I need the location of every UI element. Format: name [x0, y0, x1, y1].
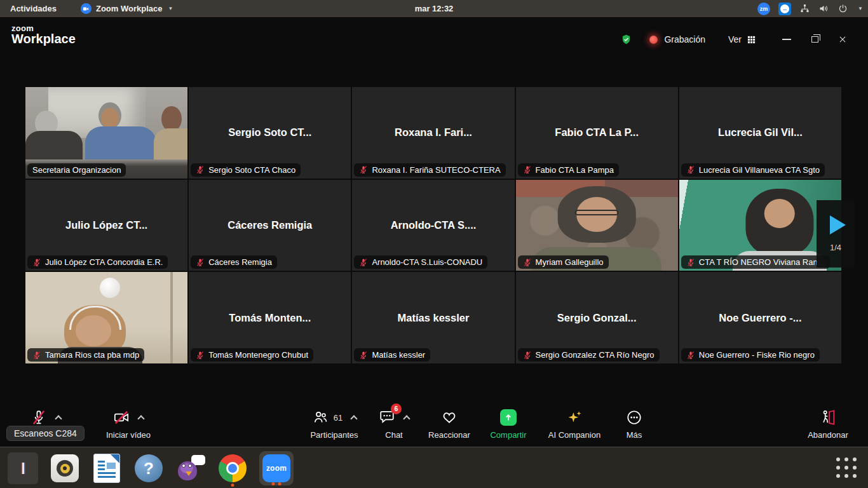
zoom-workplace-logo: zoom Workplace	[11, 24, 76, 46]
participant-name-label: Matías kessler	[354, 348, 430, 362]
video-tile-secretaria[interactable]: Secretaria Organizacion	[25, 87, 187, 179]
clock[interactable]: mar 12:32	[415, 4, 454, 13]
chat-label: Chat	[385, 430, 402, 440]
video-tile-tamara[interactable]: Tamara Rios cta pba mdp	[25, 272, 187, 363]
muted-mic-icon	[196, 351, 205, 360]
minimize-icon	[782, 39, 791, 40]
react-button[interactable]: Reaccionar	[423, 402, 475, 440]
pidgin-app-icon[interactable]	[175, 453, 206, 484]
participants-caret-icon[interactable]	[351, 415, 358, 422]
participant-name-label: Sergio Soto CTA Chaco	[191, 163, 301, 177]
dock: ? zoom	[8, 451, 294, 485]
muted-mic-icon	[359, 351, 368, 360]
text-cursor-app-icon[interactable]	[8, 453, 38, 484]
zoom-app-dock-icon[interactable]: zoom	[259, 453, 294, 484]
chat-unread-badge: 6	[391, 403, 402, 414]
audio-options-caret-icon[interactable]	[55, 415, 62, 422]
power-icon[interactable]	[837, 3, 848, 14]
muted-mic-icon	[196, 165, 205, 174]
participant-tile[interactable]: Sergio Soto CT... Sergio Soto CTA Chaco	[189, 87, 351, 179]
participant-tile[interactable]: Roxana I. Fari... Roxana I. Fariña SUTEC…	[352, 87, 514, 179]
video-options-caret-icon[interactable]	[137, 415, 144, 422]
app-menu-label: Zoom Workplace	[96, 4, 163, 13]
participant-tile[interactable]: Tomás Monten... Tomás Montenegro Chubut	[189, 272, 351, 363]
app-menu[interactable]: Zoom Workplace ▼	[81, 3, 173, 14]
participants-label: Participantes	[310, 430, 358, 440]
help-app-icon[interactable]: ?	[133, 453, 164, 484]
muted-mic-icon	[359, 165, 368, 174]
teamviewer-tray-icon[interactable]: ↔	[778, 3, 791, 15]
participant-name-label: Roxana I. Fariña SUTECO-CTERA	[354, 163, 505, 177]
chat-button[interactable]: 6 Chat	[374, 402, 414, 440]
gallery-next-page[interactable]: 1/4	[817, 200, 855, 268]
teamviewer-arrows: ↔	[780, 4, 789, 13]
page-indicator: 1/4	[830, 243, 841, 252]
close-icon	[838, 35, 847, 44]
participant-tile[interactable]: Lucrecia Gil Vil... Lucrecia Gil Villanu…	[679, 87, 841, 179]
close-button[interactable]	[829, 31, 857, 48]
tray-caret-icon[interactable]: ▼	[858, 6, 863, 11]
recording-label: Grabación	[664, 34, 705, 44]
recording-indicator[interactable]: Grabación	[649, 34, 705, 44]
participant-name-label: Secretaria Organizacion	[27, 163, 126, 177]
writer-document-app-icon[interactable]	[92, 453, 122, 484]
audio-device-tooltip: Escaneos C284	[6, 426, 85, 441]
start-video-button[interactable]: Iniciar vídeo	[89, 402, 168, 440]
running-indicator-dot	[278, 482, 281, 485]
participant-tile[interactable]: Noe Guerrero -... Noe Guerrero - Fiske R…	[679, 272, 841, 363]
active-app-highlight: zoom	[259, 451, 294, 485]
camera-off-icon	[113, 409, 130, 426]
more-ellipsis-icon	[626, 409, 642, 426]
chat-caret-icon[interactable]	[403, 415, 410, 422]
participant-tile[interactable]: Julio López CT... Julio López CTA Concor…	[25, 180, 187, 271]
participant-tile[interactable]: Fabio CTA La P... Fabio CTA La Pampa	[516, 87, 678, 179]
zoom-meeting-window: zoom Workplace Grabación Ver	[0, 17, 868, 447]
leave-door-icon	[820, 409, 836, 426]
participant-tile[interactable]: Cáceres Remigia Cáceres Remigia	[189, 180, 351, 271]
participants-icon	[312, 409, 329, 426]
audio-player-app-icon[interactable]	[50, 453, 80, 484]
running-indicator-dot	[272, 482, 275, 485]
speaker-ring	[57, 460, 73, 477]
participant-tile[interactable]: Matías kessler Matías kessler	[352, 272, 514, 363]
activities-button[interactable]: Actividades	[10, 4, 57, 13]
volume-icon[interactable]	[818, 3, 829, 14]
muted-mic-icon	[686, 351, 695, 360]
next-page-arrow-icon	[830, 215, 846, 234]
app-menu-caret-icon: ▼	[168, 6, 173, 11]
participant-name-label: Tomás Montenegro Chubut	[191, 348, 313, 362]
more-label: Más	[627, 430, 642, 440]
share-screen-button[interactable]: Compartir	[484, 402, 532, 440]
ai-companion-button[interactable]: AI Companion	[541, 402, 607, 440]
zoom-tray-icon[interactable]: zm	[757, 3, 770, 15]
muted-mic-icon	[686, 258, 695, 267]
leave-meeting-button[interactable]: Abandonar	[799, 402, 857, 440]
view-button[interactable]: Ver	[728, 34, 756, 44]
restore-button[interactable]	[801, 31, 829, 48]
video-button-label: Iniciar vídeo	[106, 430, 151, 440]
more-button[interactable]: Más	[616, 402, 652, 440]
minimize-button[interactable]	[773, 31, 801, 48]
video-tile-myriam[interactable]: Myriam Galleguillo	[516, 180, 678, 271]
chrome-app-icon[interactable]	[217, 453, 248, 484]
cursor-bar	[22, 463, 24, 474]
share-screen-icon	[500, 409, 517, 426]
muted-mic-icon	[32, 351, 41, 360]
security-shield-icon[interactable]	[621, 34, 632, 45]
participant-name-label: Noe Guerrero - Fiske Rio negro	[681, 348, 820, 362]
network-icon[interactable]	[799, 3, 810, 14]
participant-tile[interactable]: Arnoldo-CTA S.... Arnoldo-CTA S.Luis-CON…	[352, 180, 514, 271]
system-top-bar: Actividades Zoom Workplace ▼ mar 12:32 z…	[0, 0, 868, 17]
participant-name-label: Cáceres Remigia	[191, 255, 277, 269]
leave-label: Abandonar	[808, 430, 848, 440]
heart-icon	[441, 409, 458, 426]
show-applications-button[interactable]	[836, 458, 857, 478]
restore-icon	[811, 36, 818, 43]
muted-mic-icon	[196, 258, 205, 267]
participants-button[interactable]: 61 Participantes	[304, 402, 365, 440]
muted-mic-icon	[359, 258, 368, 267]
video-grid: Secretaria Organizacion Sergio Soto CT..…	[25, 87, 841, 363]
muted-mic-icon	[523, 165, 532, 174]
participant-name-label: Fabio CTA La Pampa	[518, 163, 619, 177]
participant-tile[interactable]: Sergio Gonzal... Sergio Gonzalez CTA Río…	[516, 272, 678, 363]
